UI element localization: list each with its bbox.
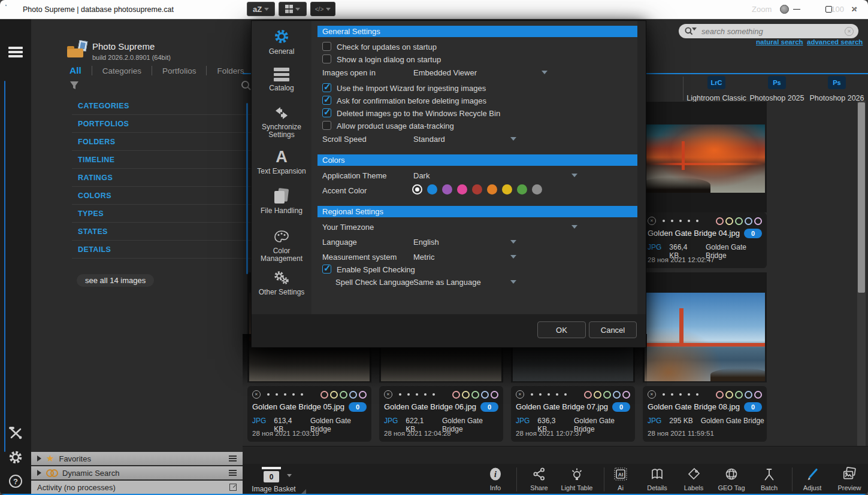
no-rating-icon[interactable] bbox=[648, 390, 656, 399]
color-label-ring[interactable] bbox=[716, 391, 724, 399]
rating-dot[interactable] bbox=[548, 393, 550, 396]
file-name[interactable]: Golden Gate Bridge 04.jpg bbox=[648, 229, 740, 238]
accent-color-dot[interactable] bbox=[532, 184, 542, 195]
dropdown-value[interactable]: Metric bbox=[413, 253, 434, 262]
dropdown-arrow-icon[interactable] bbox=[510, 240, 516, 244]
open-in-photoshop-2026-button[interactable]: Ps Photoshop 2026 bbox=[806, 76, 868, 102]
scrollbar-thumb[interactable] bbox=[858, 102, 865, 293]
thumbnail-card[interactable]: Golden Gate Bridge 05.jpg 0 JPG613,4 KBG… bbox=[247, 386, 371, 442]
accent-color-dot[interactable] bbox=[427, 184, 437, 195]
settings-nav-synchronize[interactable]: Synchronize Settings bbox=[252, 106, 311, 139]
image-basket[interactable]: 0 Image Basket bbox=[244, 465, 307, 494]
color-label-ring[interactable] bbox=[716, 217, 724, 225]
sidebar-item-colors[interactable]: COLORS bbox=[72, 187, 271, 205]
cancel-button[interactable]: Cancel bbox=[589, 321, 637, 338]
thumbnail-cell[interactable] bbox=[643, 102, 767, 212]
color-label-ring[interactable] bbox=[340, 391, 347, 399]
color-label-ring[interactable] bbox=[735, 391, 743, 399]
thumbnail-card[interactable]: Golden Gate Bridge 06.jpg 0 JPG622,1 KBG… bbox=[379, 386, 503, 442]
accent-color-dot[interactable] bbox=[442, 184, 452, 195]
open-in-lightroom-button[interactable]: LrC Lightroom Classic bbox=[682, 76, 751, 102]
sidebar-item-folders[interactable]: FOLDERS bbox=[72, 133, 271, 151]
file-name[interactable]: Golden Gate Bridge 08.jpg bbox=[648, 402, 740, 411]
checkbox-checked[interactable] bbox=[322, 265, 331, 274]
accent-color-dot[interactable] bbox=[472, 184, 482, 195]
rating-dot[interactable] bbox=[539, 393, 542, 396]
color-label-ring[interactable] bbox=[622, 391, 630, 399]
dropdown-arrow-icon[interactable] bbox=[510, 280, 516, 284]
rating-dot[interactable] bbox=[688, 220, 690, 222]
color-label-ring[interactable] bbox=[462, 391, 470, 399]
chevron-down-icon[interactable] bbox=[852, 8, 857, 11]
color-label-ring[interactable] bbox=[735, 217, 743, 225]
rating-dot[interactable] bbox=[301, 393, 303, 396]
color-label-ring[interactable] bbox=[613, 391, 621, 399]
rating-dot[interactable] bbox=[284, 393, 286, 396]
expand-arrow-icon[interactable] bbox=[37, 455, 41, 461]
accent-color-dot[interactable] bbox=[487, 184, 497, 195]
dropdown-arrow-icon[interactable] bbox=[571, 225, 577, 229]
rating-dot[interactable] bbox=[688, 393, 690, 396]
color-label-ring[interactable] bbox=[349, 391, 357, 399]
rating-dot[interactable] bbox=[696, 393, 698, 396]
dropdown-value[interactable]: Standard bbox=[413, 135, 445, 144]
code-view-button[interactable]: </> bbox=[310, 2, 335, 16]
thumbnail-photo[interactable] bbox=[645, 124, 765, 193]
checkbox-checked[interactable] bbox=[322, 108, 331, 117]
dropdown-value[interactable]: Embedded Viewer bbox=[413, 68, 477, 77]
accent-color-dot[interactable] bbox=[412, 184, 422, 195]
dropdown-value[interactable]: Dark bbox=[413, 171, 430, 180]
rating-dot[interactable] bbox=[531, 393, 533, 396]
rating-dot[interactable] bbox=[671, 393, 673, 396]
zoom-value[interactable]: 100 bbox=[831, 5, 844, 14]
settings-nav-catalog[interactable]: Catalog bbox=[252, 68, 311, 92]
color-label-ring[interactable] bbox=[603, 391, 611, 399]
settings-nav-file-handling[interactable]: File Handling bbox=[252, 189, 311, 215]
file-name[interactable]: Golden Gate Bridge 05.jpg bbox=[252, 402, 344, 411]
sidebar-item-details[interactable]: DETAILS bbox=[72, 241, 271, 259]
zoom-slider-knob[interactable] bbox=[780, 5, 789, 14]
ai-button[interactable]: AI Ai bbox=[600, 465, 642, 494]
info-button[interactable]: i Info bbox=[474, 465, 516, 494]
sidebar-item-ratings[interactable]: RATINGS bbox=[72, 169, 271, 187]
rating-dot[interactable] bbox=[399, 393, 401, 396]
see-all-images-link[interactable]: see all 14 images bbox=[77, 274, 154, 287]
checkbox-checked[interactable] bbox=[322, 83, 331, 92]
panel-menu-icon[interactable] bbox=[229, 470, 237, 476]
rating-dot[interactable] bbox=[424, 393, 427, 396]
sort-button[interactable]: aZ bbox=[247, 2, 275, 16]
geo-tag-button[interactable]: GEO Tag bbox=[710, 465, 752, 494]
color-label-ring[interactable] bbox=[725, 391, 733, 399]
tools-icon[interactable] bbox=[8, 425, 23, 441]
checkbox[interactable] bbox=[322, 42, 331, 51]
color-label-ring[interactable] bbox=[594, 391, 601, 399]
tab-categories[interactable]: Categories bbox=[92, 66, 152, 75]
color-label-ring[interactable] bbox=[745, 391, 752, 399]
color-label-ring[interactable] bbox=[725, 217, 733, 225]
color-label-ring[interactable] bbox=[481, 391, 489, 399]
sidebar-item-categories[interactable]: CATEGORIES bbox=[72, 97, 271, 115]
activity-log-icon[interactable] bbox=[229, 484, 237, 491]
rating-dot[interactable] bbox=[679, 220, 682, 222]
rating-dot[interactable] bbox=[663, 220, 665, 222]
accent-color-dot[interactable] bbox=[517, 184, 527, 195]
rating-dot[interactable] bbox=[267, 393, 270, 396]
sidebar-item-types[interactable]: TYPES bbox=[72, 205, 271, 223]
rating-dot[interactable] bbox=[556, 393, 558, 396]
rating-dot[interactable] bbox=[663, 393, 665, 396]
tab-portfolios[interactable]: Portfolios bbox=[152, 66, 206, 75]
color-label-ring[interactable] bbox=[330, 391, 338, 399]
version-badge[interactable]: 0 bbox=[612, 402, 630, 412]
search-options-caret-icon[interactable] bbox=[692, 28, 697, 31]
sidebar-item-timeline[interactable]: TIMELINE bbox=[72, 151, 271, 169]
color-label-ring[interactable] bbox=[452, 391, 460, 399]
rating-dot[interactable] bbox=[564, 393, 567, 396]
dropdown-arrow-icon[interactable] bbox=[510, 255, 516, 259]
dropdown-arrow-icon[interactable] bbox=[542, 71, 548, 74]
ok-button[interactable]: OK bbox=[537, 321, 586, 338]
search-input[interactable] bbox=[697, 27, 845, 36]
preview-button[interactable]: Preview bbox=[828, 465, 868, 494]
settings-nav-general[interactable]: General bbox=[252, 28, 311, 56]
rating-dot[interactable] bbox=[671, 220, 673, 222]
rating-dot[interactable] bbox=[292, 393, 295, 396]
